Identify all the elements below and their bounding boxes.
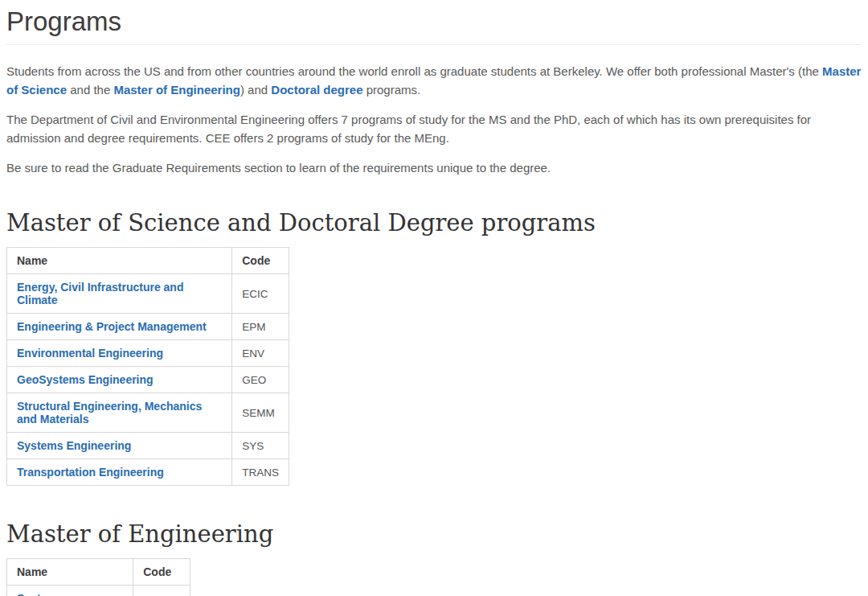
page-container: Programs Students from across the US and… xyxy=(0,6,868,596)
program-link[interactable]: Systems Engineering xyxy=(17,592,82,596)
table-header: Name Code xyxy=(7,248,289,274)
name-column-header: Name xyxy=(7,248,232,274)
ms-phd-section-heading: Master of Science and Doctoral Degree pr… xyxy=(6,209,862,236)
intro-paragraph-1: Students from across the US and from oth… xyxy=(6,62,862,99)
program-code-cell: TRANS xyxy=(232,459,289,486)
intro-paragraph-3: Be sure to read the Graduate Requirement… xyxy=(6,158,862,177)
program-code-cell: SYS xyxy=(133,586,190,596)
table-row: Environmental Engineering ENV xyxy=(7,340,289,367)
page-title: Programs xyxy=(6,6,862,37)
table-body: Systems Engineering SYS Transportation E… xyxy=(7,586,190,596)
meng-programs-table: Name Code Systems Engineering SYS Transp… xyxy=(6,558,190,596)
program-code-cell: SYS xyxy=(232,433,289,459)
table-row: Energy, Civil Infrastructure and Climate… xyxy=(7,274,289,314)
program-name-cell: Systems Engineering xyxy=(7,586,133,596)
program-link[interactable]: Engineering & Project Management xyxy=(17,320,207,333)
program-code-cell: EPM xyxy=(232,314,289,340)
program-name-cell: Transportation Engineering xyxy=(7,459,232,486)
code-column-header: Code xyxy=(232,248,289,274)
table-row: Engineering & Project Management EPM xyxy=(7,314,289,340)
intro-p1-text-mid2: ) and xyxy=(240,83,271,97)
master-of-engineering-link[interactable]: Master of Engineering xyxy=(113,83,240,97)
ms-phd-programs-table: Name Code Energy, Civil Infrastructure a… xyxy=(6,247,289,486)
title-divider xyxy=(6,44,862,45)
table-header: Name Code xyxy=(7,559,190,586)
table-header-row: Name Code xyxy=(7,248,289,274)
table-body: Energy, Civil Infrastructure and Climate… xyxy=(7,274,289,486)
code-column-header: Code xyxy=(133,559,190,586)
program-code-cell: ENV xyxy=(232,340,289,367)
program-link[interactable]: Structural Engineering, Mechanics and Ma… xyxy=(17,400,202,425)
program-name-cell: Engineering & Project Management xyxy=(7,314,232,340)
intro-p1-text-mid1: and the xyxy=(67,83,113,97)
program-name-cell: GeoSystems Engineering xyxy=(7,367,232,393)
name-column-header: Name xyxy=(7,559,133,586)
table-row: Systems Engineering SYS xyxy=(7,586,190,596)
program-name-cell: Structural Engineering, Mechanics and Ma… xyxy=(7,393,232,433)
meng-section-heading: Master of Engineering xyxy=(6,520,862,548)
program-link[interactable]: Environmental Engineering xyxy=(17,347,163,360)
program-link[interactable]: Systems Engineering xyxy=(17,439,131,452)
program-code-cell: ECIC xyxy=(232,274,289,314)
program-code-cell: SEMM xyxy=(232,393,289,433)
table-header-row: Name Code xyxy=(7,559,190,586)
intro-p1-text-before: Students from across the US and from oth… xyxy=(6,64,822,78)
intro-paragraph-2: The Department of Civil and Environmenta… xyxy=(6,110,862,147)
program-link[interactable]: Energy, Civil Infrastructure and Climate xyxy=(17,281,183,306)
program-name-cell: Systems Engineering xyxy=(7,433,232,459)
program-name-cell: Energy, Civil Infrastructure and Climate xyxy=(7,274,232,314)
intro-p1-text-after: programs. xyxy=(363,83,421,97)
program-link[interactable]: Transportation Engineering xyxy=(17,466,164,479)
doctoral-degree-link[interactable]: Doctoral degree xyxy=(271,83,362,97)
table-row: Systems Engineering SYS xyxy=(7,433,289,459)
table-row: GeoSystems Engineering GEO xyxy=(7,367,289,393)
program-code-cell: GEO xyxy=(232,367,289,393)
program-link[interactable]: GeoSystems Engineering xyxy=(17,373,154,386)
table-row: Transportation Engineering TRANS xyxy=(7,459,289,486)
intro-text: Students from across the US and from oth… xyxy=(6,62,862,177)
program-name-cell: Environmental Engineering xyxy=(7,340,232,367)
table-row: Structural Engineering, Mechanics and Ma… xyxy=(7,393,289,433)
